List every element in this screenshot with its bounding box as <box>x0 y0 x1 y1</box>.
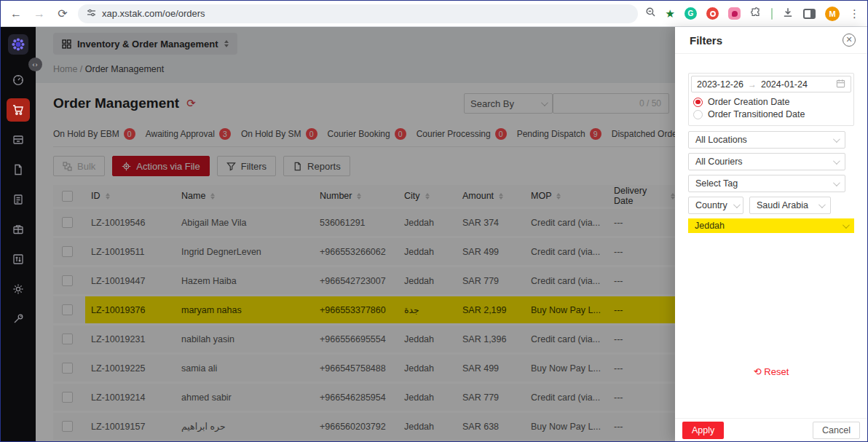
side-panel-icon[interactable] <box>803 9 816 19</box>
drawer-mask[interactable] <box>36 27 675 441</box>
filters-footer: Apply Cancel <box>675 418 867 441</box>
pink-extension-icon[interactable] <box>728 7 741 20</box>
chevron-down-icon <box>833 179 840 186</box>
tools-wrench-icon[interactable] <box>7 307 30 331</box>
city-value: Jeddah <box>695 221 725 231</box>
reset-link[interactable]: ⟲ Reset <box>675 366 867 377</box>
toolbar-divider <box>771 8 773 20</box>
download-icon[interactable] <box>782 7 794 21</box>
menu-dots-icon[interactable]: ⋮ <box>849 7 860 20</box>
document-list-icon[interactable] <box>7 188 30 211</box>
chevron-down-icon <box>833 135 840 143</box>
date-filter-group: 2023-12-26 → 2024-01-24 Order Creation D… <box>688 73 854 126</box>
address-bar[interactable]: xap.xstak.com/oe/orders <box>78 4 638 23</box>
city-select-highlighted[interactable]: Jeddah <box>688 218 854 233</box>
filter-select[interactable]: Select Tag <box>688 175 845 192</box>
settings-gear-icon[interactable] <box>7 277 30 301</box>
close-icon[interactable]: ✕ <box>843 33 856 47</box>
chevron-down-icon <box>833 157 840 165</box>
radio-label: Order Transitioned Date <box>708 109 805 119</box>
arrow-right-icon: → <box>748 79 757 90</box>
date-range-picker[interactable]: 2023-12-26 → 2024-01-24 <box>691 76 851 92</box>
filters-drawer: Filters ✕ 2023-12-26 → 2024-01-24 <box>675 27 867 441</box>
browser-toolbar: ← → ⟳ xap.xstak.com/oe/orders ★ G <box>1 1 867 27</box>
date-to[interactable]: 2024-01-24 <box>761 79 808 90</box>
filter-select[interactable]: All Locations <box>688 131 845 149</box>
document-icon[interactable] <box>7 158 30 181</box>
chevron-down-icon <box>843 221 850 229</box>
reset-label: Reset <box>764 366 789 377</box>
main-content: ‹› Inventory & Order Management Home / O… <box>36 27 675 441</box>
back-icon[interactable]: ← <box>8 7 24 20</box>
orders-cart-icon[interactable] <box>7 98 30 122</box>
chevron-down-icon <box>733 201 741 208</box>
radio-option[interactable]: Order Transitioned Date <box>693 108 849 120</box>
red-extension-icon[interactable] <box>706 7 719 20</box>
calendar-icon <box>836 79 845 90</box>
url-text: xap.xstak.com/oe/orders <box>102 8 205 19</box>
apply-button[interactable]: Apply <box>682 422 724 439</box>
grammarly-extension-icon[interactable]: G <box>684 7 697 20</box>
radio-option[interactable]: Order Creation Date <box>693 96 849 108</box>
country-value: Saudi Arabia <box>757 200 808 210</box>
chevron-down-icon <box>818 201 826 208</box>
app-logo[interactable] <box>8 34 28 55</box>
bookmark-star-icon[interactable]: ★ <box>666 7 675 20</box>
app-frame: ‹› Inventory & Order Management Home / O… <box>1 27 867 441</box>
pos-panel-icon[interactable] <box>7 128 30 151</box>
zoom-icon[interactable] <box>645 7 656 20</box>
filter-select-value: All Locations <box>695 135 747 145</box>
extensions-puzzle-icon[interactable] <box>750 7 762 21</box>
package-icon[interactable] <box>7 218 30 241</box>
site-settings-icon[interactable] <box>87 7 96 20</box>
browser-actions: ★ G M ⋮ <box>645 7 860 21</box>
country-filter-row: Country Saudi Arabia <box>688 197 845 214</box>
filter-select[interactable]: All Couriers <box>688 153 845 170</box>
transfer-icon[interactable] <box>7 248 30 271</box>
radio-icon[interactable] <box>693 98 703 107</box>
filter-select-value: All Couriers <box>695 157 743 167</box>
filters-body: 2023-12-26 → 2024-01-24 Order Creation D… <box>675 54 867 418</box>
collapse-toggle-icon[interactable]: ‹› <box>28 58 42 71</box>
app-sidebar <box>1 27 36 441</box>
filters-header: Filters ✕ <box>675 27 867 54</box>
reload-icon[interactable]: ⟳ <box>55 7 71 20</box>
dashboard-icon[interactable] <box>7 68 30 92</box>
country-type-select[interactable]: Country <box>688 197 743 214</box>
filter-selects: All Locations All Couriers Select Tag <box>688 131 854 192</box>
date-type-radio-group: Order Creation Date Order Transitioned D… <box>691 92 851 123</box>
screen: ← → ⟳ xap.xstak.com/oe/orders ★ G <box>0 0 868 442</box>
profile-avatar[interactable]: M <box>825 7 840 21</box>
country-type-value: Country <box>695 200 727 210</box>
radio-label: Order Creation Date <box>708 97 790 107</box>
date-from[interactable]: 2023-12-26 <box>697 79 743 90</box>
country-value-select[interactable]: Saudi Arabia <box>749 197 831 214</box>
forward-icon[interactable]: → <box>31 7 47 20</box>
filters-title: Filters <box>690 34 722 47</box>
reset-icon: ⟲ <box>754 366 762 377</box>
filter-select-value: Select Tag <box>695 178 738 189</box>
radio-icon[interactable] <box>693 110 703 119</box>
cancel-button[interactable]: Cancel <box>813 422 860 439</box>
